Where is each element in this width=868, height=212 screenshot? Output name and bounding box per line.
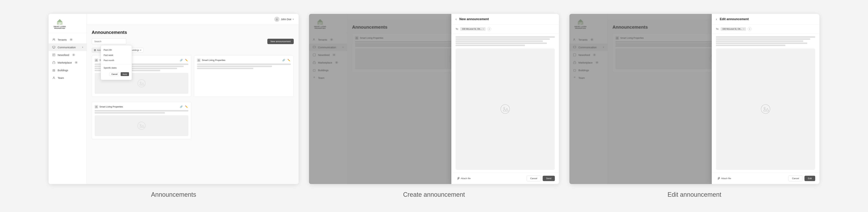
svg-point-31 <box>140 124 141 125</box>
card-3-sender-name: Smart Living Properties <box>99 105 123 108</box>
sidebar-item-marketplace[interactable]: Marketplace 8 <box>49 59 87 66</box>
svg-point-15 <box>53 77 54 78</box>
svg-point-4 <box>53 38 54 39</box>
screen-edit-container: SMART LIVING PROPERTIES Tenants8 Communi… <box>569 14 819 198</box>
card-2-text <box>197 64 291 69</box>
to-tag-edit: 330 McLeod St, Ott... × <box>721 27 746 31</box>
marketplace-icon <box>52 61 56 64</box>
team-icon <box>52 76 56 80</box>
card-1-actions: 🔗 ✏️ <box>179 58 188 62</box>
toolbar: New announcement <box>92 38 294 44</box>
screen-create-container: SMART LIVING PROPERTIES Tenants8 Communi… <box>309 14 559 198</box>
attach-file-button-edit[interactable]: Attach file <box>716 176 733 181</box>
card-3-header: Smart Living Properties 🔗 ✏️ <box>95 105 188 109</box>
sender-1-icon <box>95 59 98 62</box>
modal-footer-edit: Attach file Cancel Edit <box>712 173 819 184</box>
dropdown-item-past24[interactable]: Past 24h <box>101 48 132 53</box>
attach-label-create: Attach file <box>461 177 471 180</box>
card-2-link-button[interactable]: 🔗 <box>282 58 286 62</box>
dropdown-item-past-month[interactable]: Past month <box>101 58 132 63</box>
svg-point-30 <box>138 122 145 129</box>
buildings-icon <box>52 68 56 72</box>
buildings-label: Buildings <box>58 69 68 72</box>
card-2-actions: 🔗 ✏️ <box>282 58 291 62</box>
modal-to-label-edit: To: <box>716 28 719 30</box>
cancel-button-edit[interactable]: Cancel <box>788 176 803 181</box>
cancel-button-create[interactable]: Cancel <box>527 176 541 181</box>
modal-back-button[interactable]: ‹ <box>456 18 457 21</box>
sidebar-item-buildings[interactable]: Buildings <box>49 66 87 74</box>
screen-announcements-container: SMART LIVING PROPERTIES Tenants 8 <box>49 14 299 198</box>
logo-text: SMART LIVING PROPERTIES <box>53 26 67 30</box>
to-tag-remove-button-edit[interactable]: × <box>743 28 744 30</box>
card-1-edit-button[interactable]: ✏️ <box>185 58 188 62</box>
announcement-card-2: Smart Living Properties 🔗 ✏️ <box>194 55 294 97</box>
dropdown-item-past-week[interactable]: Past week <box>101 53 132 58</box>
modal-image-placeholder-create <box>500 104 510 114</box>
send-button-create[interactable]: Send <box>543 176 555 181</box>
sidebar-item-team[interactable]: Team <box>49 74 87 82</box>
newsfeed-icon <box>52 53 56 57</box>
svg-marker-29 <box>95 106 97 107</box>
screenshots-row: SMART LIVING PROPERTIES Tenants 8 <box>10 14 858 198</box>
card-2-sender: Smart Living Properties <box>197 59 225 62</box>
attach-icon-edit <box>718 177 720 180</box>
all-buildings-chevron: ▾ <box>140 49 141 51</box>
user-name: John Doe <box>281 18 291 21</box>
svg-rect-26 <box>198 60 200 61</box>
sidebar-item-tenants[interactable]: Tenants 8 <box>49 36 87 43</box>
to-tag-text-edit: 330 McLeod St, Ott... <box>722 28 742 30</box>
svg-marker-27 <box>198 59 200 60</box>
svg-point-45 <box>501 104 510 114</box>
modal-back-button-edit[interactable]: ‹ <box>716 18 717 21</box>
screen-3-label: Edit announcement <box>668 191 721 198</box>
modal-body-text-create <box>456 36 555 46</box>
card-3-edit-button[interactable]: ✏️ <box>185 105 188 109</box>
marketplace-badge: 8 <box>75 61 78 64</box>
newsfeed-label: Newsfeed <box>58 54 69 56</box>
new-announcement-button[interactable]: New announcement <box>267 39 294 44</box>
modal-to-row-edit: To: 330 McLeod St, Ott... × + <box>712 25 819 33</box>
to-add-button[interactable]: + <box>487 27 491 31</box>
new-announcement-modal: ‹ New announcement To: 330 McLeod St, Ot… <box>452 14 559 184</box>
search-input[interactable] <box>92 38 126 44</box>
card-2-edit-button[interactable]: ✏️ <box>287 58 291 62</box>
svg-rect-11 <box>53 62 55 64</box>
dropdown-divider <box>101 64 132 64</box>
header: John Doe ▾ <box>87 14 299 25</box>
card-3-link-button[interactable]: 🔗 <box>179 105 183 109</box>
modal-title-edit: Edit announcement <box>720 18 749 21</box>
card-3-image-placeholder <box>137 121 146 130</box>
sender-3-icon <box>95 105 98 109</box>
to-tag-remove-button[interactable]: × <box>483 28 484 30</box>
svg-marker-1 <box>57 19 62 22</box>
dropdown-item-specific-dates[interactable]: Specific dates <box>101 65 132 70</box>
card-3-sender: Smart Living Properties <box>95 105 123 109</box>
attach-icon <box>457 177 460 180</box>
attach-label-edit: Attach file <box>721 177 731 180</box>
sidebar-item-newsfeed[interactable]: Newsfeed 3 <box>49 51 87 59</box>
svg-point-46 <box>503 107 505 109</box>
main-content: John Doe ▾ Announcements New announcemen… <box>87 14 299 184</box>
svg-rect-6 <box>53 46 55 48</box>
edit-button-modal[interactable]: Edit <box>804 176 815 181</box>
card-3-text <box>95 110 188 114</box>
dropdown-cancel-button[interactable]: Cancel <box>110 72 119 76</box>
card-1-link-button[interactable]: 🔗 <box>179 58 183 62</box>
svg-rect-14 <box>54 70 54 70</box>
modal-header-create: ‹ New announcement <box>452 14 559 25</box>
svg-rect-13 <box>53 70 54 70</box>
card-3-image <box>95 115 188 136</box>
modal-title-create: New announcement <box>459 18 489 21</box>
user-avatar <box>274 17 279 22</box>
sidebar-item-communication[interactable]: Communication ▾ <box>49 43 87 51</box>
team-label: Team <box>58 77 64 79</box>
edit-announcement-modal: ‹ Edit announcement To: 330 McLeod St, O… <box>712 14 819 184</box>
sidebar: SMART LIVING PROPERTIES Tenants 8 <box>49 14 87 184</box>
filter-dropdown: Past 24h Past week Past month Specific d… <box>101 45 132 80</box>
modal-image-area-create <box>456 49 555 170</box>
attach-file-button-create[interactable]: Attach file <box>456 176 472 181</box>
dropdown-apply-button[interactable]: Apply <box>121 72 129 76</box>
to-add-button-edit[interactable]: + <box>748 27 751 31</box>
logo-icon <box>57 19 63 25</box>
